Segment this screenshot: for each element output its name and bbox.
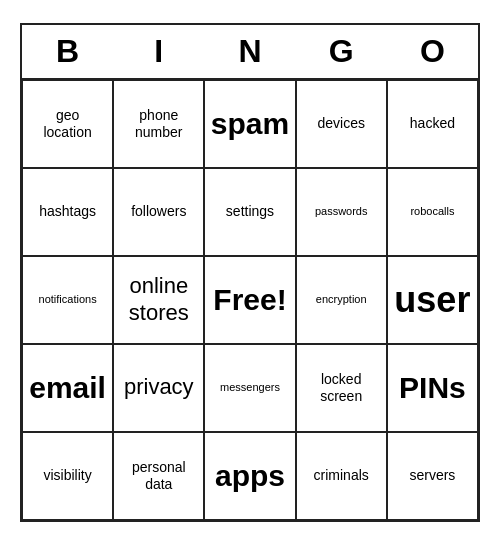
bingo-cell[interactable]: robocalls bbox=[387, 168, 478, 256]
bingo-cell[interactable]: privacy bbox=[113, 344, 204, 432]
header-letter: G bbox=[296, 25, 387, 78]
bingo-cell[interactable]: messengers bbox=[204, 344, 295, 432]
cell-text: followers bbox=[131, 203, 186, 220]
cell-text: user bbox=[394, 278, 470, 321]
bingo-cell[interactable]: passwords bbox=[296, 168, 387, 256]
bingo-cell[interactable]: settings bbox=[204, 168, 295, 256]
bingo-cell[interactable]: hacked bbox=[387, 80, 478, 168]
bingo-cell[interactable]: user bbox=[387, 256, 478, 344]
header-letter: O bbox=[387, 25, 478, 78]
cell-text: robocalls bbox=[410, 205, 454, 218]
bingo-cell[interactable]: notifications bbox=[22, 256, 113, 344]
cell-text: notifications bbox=[39, 293, 97, 306]
cell-text: onlinestores bbox=[129, 273, 189, 326]
bingo-cell[interactable]: PINs bbox=[387, 344, 478, 432]
bingo-card: BINGO geolocationphonenumberspamdevicesh… bbox=[20, 23, 480, 522]
cell-text: criminals bbox=[314, 467, 369, 484]
bingo-cell[interactable]: visibility bbox=[22, 432, 113, 520]
cell-text: devices bbox=[317, 115, 364, 132]
bingo-grid: geolocationphonenumberspamdeviceshackedh… bbox=[22, 80, 478, 520]
cell-text: Free! bbox=[213, 282, 286, 318]
bingo-cell[interactable]: hashtags bbox=[22, 168, 113, 256]
cell-text: hashtags bbox=[39, 203, 96, 220]
cell-text: geolocation bbox=[43, 107, 91, 141]
bingo-cell[interactable]: followers bbox=[113, 168, 204, 256]
bingo-cell[interactable]: devices bbox=[296, 80, 387, 168]
bingo-header: BINGO bbox=[22, 25, 478, 80]
bingo-cell[interactable]: lockedscreen bbox=[296, 344, 387, 432]
cell-text: spam bbox=[211, 106, 289, 142]
bingo-cell[interactable]: email bbox=[22, 344, 113, 432]
cell-text: apps bbox=[215, 458, 285, 494]
cell-text: privacy bbox=[124, 374, 194, 400]
bingo-cell[interactable]: geolocation bbox=[22, 80, 113, 168]
cell-text: passwords bbox=[315, 205, 368, 218]
cell-text: PINs bbox=[399, 370, 466, 406]
cell-text: encryption bbox=[316, 293, 367, 306]
cell-text: servers bbox=[409, 467, 455, 484]
cell-text: email bbox=[29, 370, 106, 406]
header-letter: N bbox=[204, 25, 295, 78]
bingo-cell[interactable]: phonenumber bbox=[113, 80, 204, 168]
cell-text: hacked bbox=[410, 115, 455, 132]
bingo-cell[interactable]: Free! bbox=[204, 256, 295, 344]
cell-text: settings bbox=[226, 203, 274, 220]
bingo-cell[interactable]: servers bbox=[387, 432, 478, 520]
cell-text: lockedscreen bbox=[320, 371, 362, 405]
bingo-cell[interactable]: encryption bbox=[296, 256, 387, 344]
bingo-cell[interactable]: personaldata bbox=[113, 432, 204, 520]
cell-text: visibility bbox=[43, 467, 91, 484]
cell-text: phonenumber bbox=[135, 107, 182, 141]
bingo-cell[interactable]: spam bbox=[204, 80, 295, 168]
bingo-cell[interactable]: apps bbox=[204, 432, 295, 520]
bingo-cell[interactable]: onlinestores bbox=[113, 256, 204, 344]
header-letter: I bbox=[113, 25, 204, 78]
header-letter: B bbox=[22, 25, 113, 78]
cell-text: messengers bbox=[220, 381, 280, 394]
cell-text: personaldata bbox=[132, 459, 186, 493]
bingo-cell[interactable]: criminals bbox=[296, 432, 387, 520]
